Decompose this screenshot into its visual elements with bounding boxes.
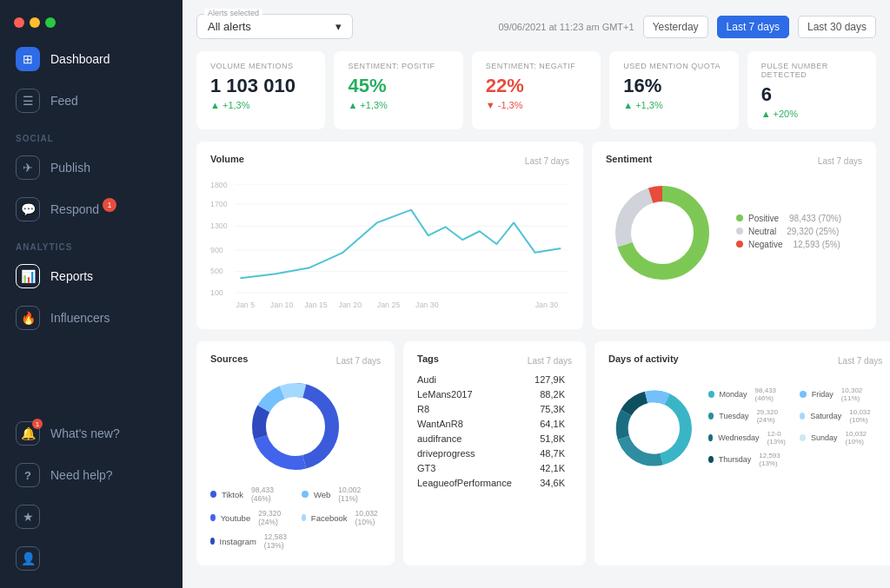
kpi-delta: ▲ +1,3% — [348, 100, 448, 110]
kpi-row: VOLUME MENTIONS 1 103 010 ▲ +1,3% SENTIM… — [196, 51, 876, 129]
tags-period: Last 7 days — [528, 356, 572, 366]
day-dot — [800, 391, 807, 398]
kpi-label: PULSE NUMBER DETECTED — [761, 62, 862, 79]
kpi-value: 22% — [486, 76, 587, 96]
days-legend-item: Tuesday 29,320 (24%) — [708, 408, 791, 424]
tags-title: Tags — [417, 353, 439, 364]
profile-icon: 👤 — [16, 546, 40, 571]
svg-point-22 — [634, 205, 690, 261]
sources-title: Sources — [210, 353, 248, 364]
instagram-value: 12,583 (13%) — [264, 532, 289, 550]
days-title: Days of activity — [608, 353, 679, 364]
days-donut — [608, 376, 700, 480]
close-button[interactable] — [14, 17, 24, 28]
sidebar-item-feed[interactable]: ☰ Feed — [0, 80, 183, 122]
tag-value: 88,2K — [521, 389, 565, 400]
web-dot — [302, 491, 309, 498]
facebook-value: 10,032 (10%) — [355, 509, 381, 526]
svg-point-34 — [631, 406, 676, 451]
svg-text:100: 100 — [210, 288, 223, 297]
sidebar-item-profile[interactable]: 👤 — [0, 538, 183, 579]
sidebar-item-help[interactable]: ? Need help? — [0, 454, 183, 496]
day-value: 10,032 (10%) — [849, 408, 882, 424]
day-value: 12,593 (13%) — [759, 452, 791, 467]
tag-name: R8 — [417, 404, 521, 414]
days-card: Days of activity Last 7 days Monday 9 — [594, 341, 890, 565]
youtube-label: Youtube — [221, 513, 251, 523]
kpi-sentiment-neg: SENTIMENT: NEGATIF 22% ▼ -1,3% — [472, 51, 601, 129]
kpi-delta: ▲ +20% — [761, 109, 862, 119]
sidebar-item-influencers[interactable]: 🔥 Influencers — [0, 297, 183, 339]
volume-chart-period: Last 7 days — [525, 156, 569, 166]
day-label: Monday — [720, 390, 747, 399]
tag-row: GT3 42,1K — [417, 463, 572, 473]
kpi-label: SENTIMENT: NEGATIF — [486, 62, 587, 70]
sidebar: ⊞ Dashboard ☰ Feed SOCIAL ✈ Publish 💬 Re… — [0, 0, 183, 588]
sidebar-item-label: Reports — [50, 269, 93, 283]
days-period: Last 7 days — [838, 356, 882, 366]
day-dot — [708, 456, 714, 463]
sidebar-bottom: 🔔 1 What's new? ? Need help? ★ 👤 — [0, 413, 183, 588]
tags-list: Audi 127,9K LeMans2017 88,2K R8 75,3K Wa… — [417, 374, 572, 488]
sidebar-item-label: Need help? — [50, 468, 113, 482]
days-area: Monday 98,433 (46%) Friday 10,302 (11%) … — [608, 376, 882, 480]
day-dot — [708, 391, 714, 398]
svg-text:900: 900 — [210, 246, 223, 254]
sentiment-donut — [606, 176, 719, 289]
header-row: Alerts selected All alerts ▾ 09/06/2021 … — [196, 14, 876, 39]
days-legend-item: Friday 10,302 (11%) — [800, 386, 882, 402]
tag-row: LeagueofPerformance 34,6K — [417, 478, 572, 488]
day-label: Thursday — [719, 455, 752, 464]
sources-card: Sources Last 7 days — [196, 341, 395, 565]
sentiment-chart-title: Sentiment — [606, 154, 652, 164]
sidebar-item-publish[interactable]: ✈ Publish — [0, 147, 183, 188]
kpi-value: 45% — [348, 76, 448, 96]
tags-card: Tags Last 7 days Audi 127,9K LeMans2017 … — [403, 341, 586, 565]
svg-point-28 — [269, 400, 322, 453]
section-social: SOCIAL — [0, 122, 183, 147]
day-dot — [800, 413, 805, 420]
tag-value: 42,1K — [521, 463, 565, 473]
day-value: 10,302 (11%) — [841, 386, 882, 402]
sidebar-item-respond[interactable]: 💬 Respond 1 — [0, 188, 183, 230]
last30days-button[interactable]: Last 30 days — [798, 16, 876, 38]
tag-value: 127,9K — [521, 374, 565, 385]
day-value: 12-0 (13%) — [767, 430, 791, 446]
days-legend-item: Monday 98,433 (46%) — [708, 386, 791, 402]
sources-legend: Tiktok 98,433 (46%) Web 10,002 (11%) You… — [210, 486, 381, 553]
svg-text:1300: 1300 — [210, 221, 228, 230]
svg-text:Jan 20: Jan 20 — [339, 301, 362, 309]
instagram-label: Instagram — [220, 537, 256, 546]
day-label: Sunday — [811, 433, 838, 442]
kpi-delta: ▼ -1,3% — [486, 100, 587, 110]
neutral-dot — [736, 228, 743, 235]
reports-icon: 📊 — [16, 264, 40, 288]
kpi-volume: VOLUME MENTIONS 1 103 010 ▲ +1,3% — [196, 51, 325, 129]
sidebar-item-dashboard[interactable]: ⊞ Dashboard — [0, 38, 183, 80]
alerts-dropdown[interactable]: Alerts selected All alerts ▾ — [196, 14, 353, 39]
sidebar-item-whats-new[interactable]: 🔔 1 What's new? — [0, 413, 183, 454]
web-label: Web — [314, 490, 330, 499]
kpi-delta: ▲ +1,3% — [210, 100, 311, 110]
sidebar-item-star[interactable]: ★ — [0, 496, 183, 538]
tag-name: GT3 — [417, 463, 521, 473]
svg-text:Jan 25: Jan 25 — [377, 301, 401, 309]
sidebar-item-reports[interactable]: 📊 Reports — [0, 255, 183, 297]
kpi-value: 16% — [623, 76, 724, 96]
tag-value: 48,7K — [521, 448, 565, 459]
alerts-select-value[interactable]: All alerts ▾ — [208, 18, 342, 35]
day-label: Friday — [812, 390, 834, 399]
tag-name: LeMans2017 — [417, 389, 521, 400]
kpi-label: USED MENTION QUOTA — [623, 62, 724, 70]
negative-label: Negative — [748, 240, 782, 249]
svg-text:Jan 30: Jan 30 — [535, 301, 559, 309]
tag-value: 64,1K — [521, 419, 565, 429]
svg-text:1700: 1700 — [210, 200, 228, 208]
day-value: 29,320 (24%) — [756, 408, 791, 424]
minimize-button[interactable] — [30, 17, 40, 28]
positive-dot — [736, 215, 743, 221]
sentiment-area: Positive 98,433 (70%) Neutral 29,320 (25… — [606, 176, 862, 289]
maximize-button[interactable] — [45, 17, 56, 28]
last7days-button[interactable]: Last 7 days — [717, 16, 789, 38]
yesterday-button[interactable]: Yesterday — [643, 16, 708, 38]
